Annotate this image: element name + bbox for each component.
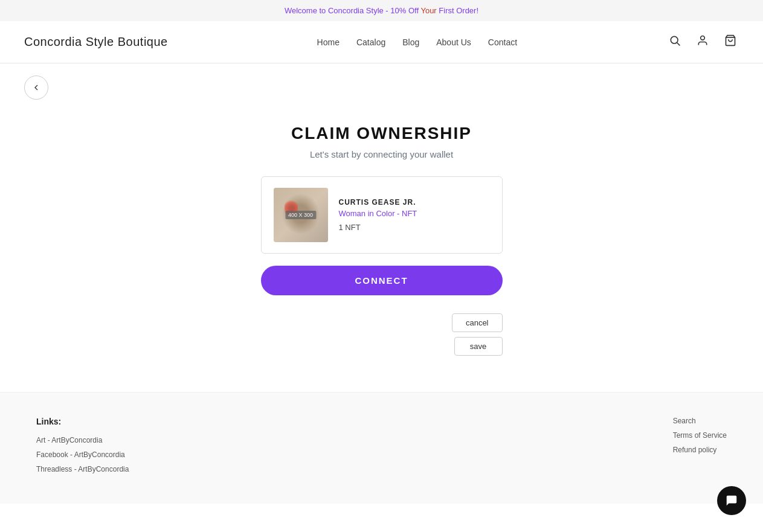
connect-button[interactable]: CONNECT	[261, 266, 503, 295]
announcement-bar: Welcome to Concordia Style - 10% Off You…	[0, 0, 763, 21]
nft-card: 400 X 300 CURTIS GEASE JR. Woman in Colo…	[261, 176, 503, 254]
site-footer: Links: Art - ArtByConcordia Facebook - A…	[0, 392, 763, 504]
site-header: Concordia Style Boutique Home Catalog Bl…	[0, 21, 763, 63]
footer-link-refund[interactable]: Refund policy	[673, 446, 727, 454]
footer-link-threadless[interactable]: Threadless - ArtByConcordia	[36, 465, 129, 473]
nav-blog[interactable]: Blog	[402, 37, 419, 47]
site-title: Concordia Style Boutique	[24, 35, 168, 49]
main-nav: Home Catalog Blog About Us Contact	[317, 37, 518, 47]
back-btn-container	[0, 63, 763, 112]
search-button[interactable]	[666, 32, 683, 52]
footer-right: Search Terms of Service Refund policy	[673, 417, 727, 479]
footer-link-search[interactable]: Search	[673, 417, 727, 425]
nft-artist: CURTIS GEASE JR.	[339, 198, 417, 207]
svg-point-0	[671, 36, 678, 43]
nft-info: CURTIS GEASE JR. Woman in Color - NFT 1 …	[339, 198, 417, 232]
footer-link-facebook[interactable]: Facebook - ArtByConcordia	[36, 450, 129, 459]
svg-point-2	[701, 36, 705, 40]
footer-link-art[interactable]: Art - ArtByConcordia	[36, 436, 129, 444]
account-button[interactable]	[694, 32, 711, 52]
announcement-text: Welcome to Concordia Style - 10% Off You…	[285, 6, 478, 15]
nav-home[interactable]: Home	[317, 37, 340, 47]
nft-image: 400 X 300	[274, 188, 328, 242]
header-icons	[666, 32, 739, 52]
claim-title: CLAIM OWNERSHIP	[291, 124, 472, 143]
cart-button[interactable]	[722, 32, 739, 52]
footer-left: Links: Art - ArtByConcordia Facebook - A…	[36, 417, 129, 479]
nav-contact[interactable]: Contact	[488, 37, 517, 47]
nav-catalog[interactable]: Catalog	[356, 37, 385, 47]
back-button[interactable]	[24, 75, 48, 100]
nft-title: Woman in Color - NFT	[339, 209, 417, 218]
chat-bubble[interactable]	[717, 486, 746, 515]
claim-subtitle: Let's start by connecting your wallet	[310, 149, 453, 159]
nav-about[interactable]: About Us	[436, 37, 471, 47]
image-placeholder-label: 400 X 300	[285, 211, 316, 219]
footer-link-terms[interactable]: Terms of Service	[673, 431, 727, 440]
nft-count: 1 NFT	[339, 223, 417, 232]
action-buttons: cancel save	[261, 313, 503, 356]
svg-line-1	[677, 43, 680, 46]
main-content: CLAIM OWNERSHIP Let's start by connectin…	[0, 112, 763, 392]
cancel-button[interactable]: cancel	[452, 313, 503, 332]
footer-links-heading: Links:	[36, 417, 129, 426]
save-button[interactable]: save	[454, 337, 503, 356]
